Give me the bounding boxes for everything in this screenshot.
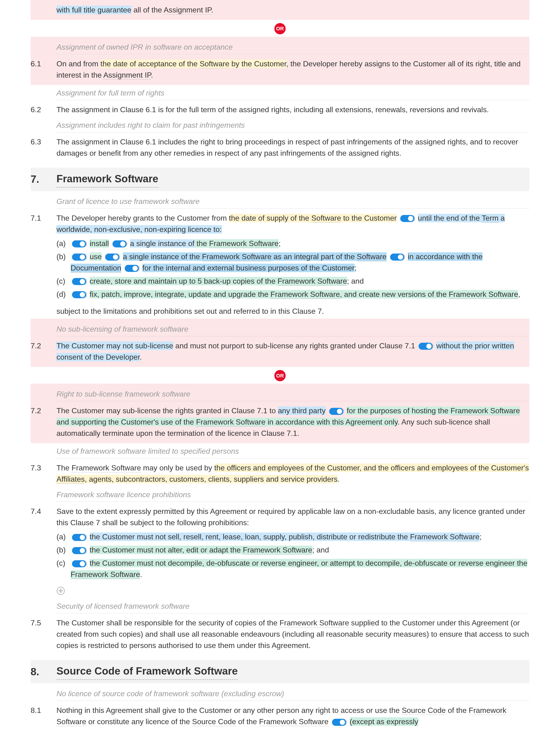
toggle[interactable] [125,265,139,272]
section-7-heading: 7. Framework Software [31,168,529,191]
or-separator: OR [31,22,529,34]
defined-term-assignment-ip[interactable]: Assignment IP [163,6,211,15]
defined-term-documentation[interactable]: Documentation [71,264,121,273]
clause-number: 7.1 [31,212,56,224]
toggle[interactable] [105,254,119,261]
text: install [90,239,109,248]
text: a single instance of [123,252,187,261]
clause-8-1: 8.1 Nothing in this Agreement shall give… [31,703,529,729]
defined-term-framework-software[interactable]: Framework Software [410,533,479,542]
text: for the purposes of hosting the [346,407,450,415]
defined-term-framework-software[interactable]: Framework Software [243,546,312,555]
toggle[interactable] [329,408,343,415]
defined-term-assignment-ip[interactable]: Assignment IP [103,71,151,80]
toggle[interactable] [72,240,86,248]
toggle[interactable] [419,343,433,350]
toggle[interactable] [72,560,86,567]
toggle[interactable] [400,215,414,222]
clause-fragment-top: with full title guarantee all of the Ass… [31,0,529,20]
clause-number: 7.3 [31,462,56,473]
toggle[interactable] [72,278,86,285]
toggle[interactable] [72,291,86,298]
defined-term-software[interactable]: Software [357,252,387,261]
text: until the end of the [418,214,482,222]
defined-term-framework-software[interactable]: Framework Software [196,418,265,427]
toggle[interactable] [332,719,346,726]
toggle[interactable] [72,254,86,261]
defined-term-framework-software[interactable]: Framework Software [278,277,347,286]
section-title[interactable]: Source Code of Framework Software [56,663,238,680]
text: ; [479,533,482,541]
clause-number: 7.2 [31,405,56,416]
text: Nothing in this Agreement shall give to … [56,706,402,715]
text: and must not purport to sub-license any … [173,341,415,350]
defined-term-framework-software[interactable]: Framework Software [72,464,141,472]
defined-term-software[interactable]: Software [199,59,229,68]
clause-number: 7.4 [31,506,56,517]
text: The Customer may sub-license the rights … [56,407,278,415]
text: ; [355,264,357,272]
text: in accordance with this Agreement only [265,418,397,426]
text: . [151,71,153,79]
text: the [194,239,209,248]
subheading: Assignment for full term of rights [56,85,529,100]
toggle[interactable] [72,534,86,541]
text: the officers and employees of the Custom… [215,464,529,472]
defined-term-framework-software[interactable]: Framework Software [280,619,349,627]
defined-term-framework-software[interactable]: Framework Software [71,570,140,579]
defined-term-affiliates[interactable]: Affiliates [56,475,85,484]
toggle[interactable] [72,547,86,554]
defined-term-framework-software[interactable]: Framework Software [202,252,271,261]
defined-term-term[interactable]: Term [482,214,498,223]
clause-number: 7.5 [31,617,56,628]
text: and supporting the Customer's use of the [56,418,196,426]
text: the Customer must not decompile, de-obfu… [90,559,528,567]
or-pill[interactable]: OR [274,370,286,381]
clause-number: 6.3 [31,136,56,147]
toggle[interactable] [113,240,127,248]
text: or constitute any licence of the [86,717,192,726]
defined-term-framework-software[interactable]: Framework Software [259,717,328,726]
clause-7-1: 7.1 The Developer hereby grants to the C… [31,210,529,319]
text: . [211,6,214,14]
defined-term-framework-software[interactable]: Framework Software [209,239,279,248]
text: to the Customer [341,214,397,222]
clause-7-4: 7.4 Save to the extent expressly permitt… [31,504,529,583]
clause-number: 6.1 [31,58,56,69]
defined-term-source-code[interactable]: Source Code [402,706,446,715]
defined-term-framework-software[interactable]: Framework Software [270,290,340,299]
clause-number: 6.2 [31,104,56,115]
subheading: No sub-licensing of framework software [56,321,529,336]
sub-letter: (c) [56,275,71,287]
text: all of the [131,6,163,14]
text: as an integral part of the [272,252,357,261]
text: in accordance with the [408,252,482,261]
clause-7-2-a: No sub-licensing of framework software 7… [31,319,529,367]
toggle[interactable] [390,254,404,261]
subheading: Grant of licence to use framework softwa… [56,193,529,208]
text: The Customer may not sub-license [56,341,173,350]
text: The Customer shall be responsible for th… [56,619,280,627]
defined-term-framework-software[interactable]: Framework Software [451,407,520,415]
subheading: Use of framework software limited to spe… [56,443,529,458]
add-clause-icon[interactable] [56,587,65,595]
defined-term-software[interactable]: Software [311,214,341,223]
or-separator: OR [31,369,529,382]
text: of the [236,717,259,726]
text: use [90,252,102,261]
sub-letter: (b) [56,251,71,262]
section-number: 8. [31,664,56,680]
clause-7-3: 7.3 The Framework Software may only be u… [31,460,529,487]
text: , and create new versions of the [340,290,449,298]
text: The Developer hereby grants to the Custo… [56,214,229,222]
sub-clause-a: (a) the Customer must not sell, resell, … [56,530,529,543]
defined-term-framework-software[interactable]: Framework Software [449,290,518,299]
defined-term-source-code[interactable]: Source Code [192,717,236,726]
sub-clause-b: (b) use a single instance of the Framewo… [56,250,529,275]
subheading: Assignment includes right to claim for p… [56,117,529,132]
or-pill[interactable]: OR [274,23,286,34]
clause-7-2-b: Right to sub-license framework software … [31,384,529,443]
clause-6-3: 6.3 The assignment in Clause 6.1 include… [31,134,529,161]
sub-letter: (c) [56,558,71,569]
section-title[interactable]: Framework Software [56,171,158,188]
